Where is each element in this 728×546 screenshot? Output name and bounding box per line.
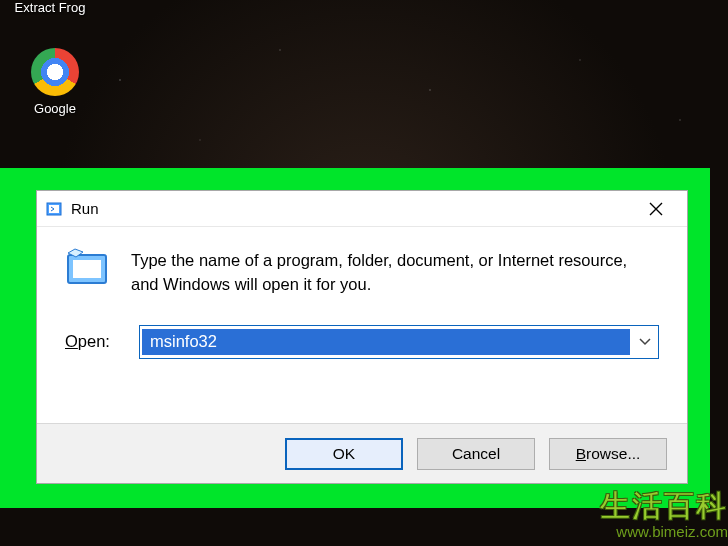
cancel-button[interactable]: Cancel [417, 438, 535, 470]
run-large-icon [65, 247, 109, 291]
close-button[interactable] [633, 193, 679, 225]
desktop-icon-label: Extract Frog [15, 0, 86, 15]
desktop-icon-label: Google [34, 101, 76, 116]
dialog-title: Run [71, 200, 99, 217]
run-dialog: Run Type the name of a program, folder, … [36, 190, 688, 484]
open-label: Open: [65, 332, 117, 351]
desktop-icon-extract-frog[interactable]: Extract Frog [10, 0, 90, 15]
run-app-icon [45, 200, 63, 218]
ok-button[interactable]: OK [285, 438, 403, 470]
close-icon [649, 202, 663, 216]
svg-rect-3 [73, 260, 101, 278]
highlight-frame: Run Type the name of a program, folder, … [0, 168, 710, 508]
dialog-description: Type the name of a program, folder, docu… [131, 247, 659, 297]
open-input[interactable] [142, 329, 630, 355]
chrome-icon [31, 48, 79, 96]
desktop-icon-chrome[interactable]: Google [15, 48, 95, 116]
button-bar: OK Cancel Browse... [37, 423, 687, 483]
browse-button[interactable]: Browse... [549, 438, 667, 470]
titlebar[interactable]: Run [37, 191, 687, 227]
open-combobox[interactable] [139, 325, 659, 359]
chevron-down-icon[interactable] [632, 326, 658, 358]
